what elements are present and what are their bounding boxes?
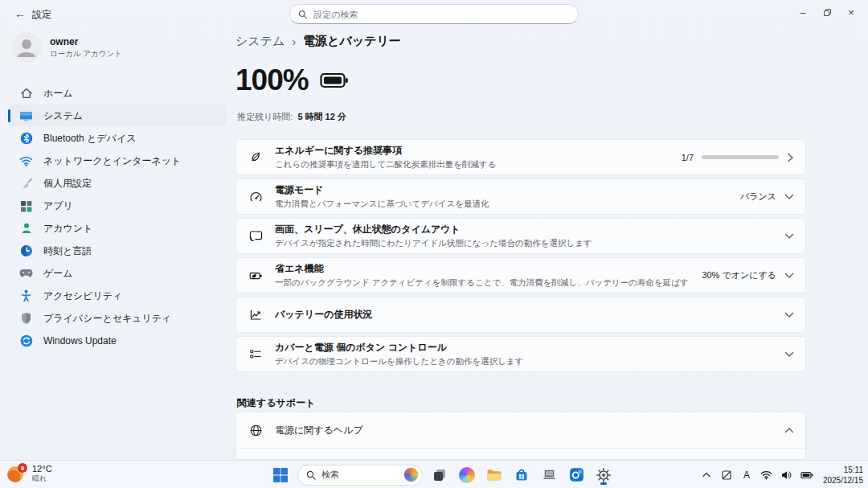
help-card-title: 電源に関するヘルプ [275,424,784,437]
globe-help-icon [249,424,268,437]
gamepad-icon [19,267,33,281]
window-controls: – × [791,0,863,24]
battery-status: 100% [235,64,349,97]
sidebar-item-label: ゲーム [43,267,73,281]
sidebar-item-network-internet[interactable]: ネットワークとインターネット [8,150,227,172]
device-app-button[interactable] [538,465,559,486]
close-button[interactable]: × [839,0,863,24]
card-power-mode[interactable]: 電源モード 電力消費とパフォーマンスに基づいてデバイスを最適化 バランス [235,178,806,215]
outlook-button[interactable] [566,465,587,486]
recommendations-progress-count: 1/7 [682,153,694,162]
folder-icon [486,468,502,482]
sidebar-item-system[interactable]: システム [8,105,227,127]
clock-date: 2025/12/15 [823,475,863,486]
sidebar-item-label: アプリ [43,199,73,213]
settings-search-box[interactable] [289,4,579,24]
copilot-icon [459,467,475,483]
settings-search-input[interactable] [313,10,570,19]
task-view-button[interactable] [429,465,450,486]
active-app-indicator [600,482,607,485]
sidebar-item-gaming[interactable]: ゲーム [8,262,227,285]
user-name: owner [50,36,122,47]
notification-badge: 9 [18,463,27,473]
taskbar-search-label: 検索 [321,469,403,481]
sidebar-item-label: アカウント [43,222,92,236]
sidebar-item-bluetooth-devices[interactable]: Bluetooth とデバイス [8,127,227,150]
chevron-down-icon [784,232,794,240]
back-button[interactable]: ← [11,6,29,22]
sidebar-item-personalization[interactable]: 個人用設定 [8,172,227,195]
card-lid-power-button-controls[interactable]: カバーと電源 個のボタン コントロール デバイスの物理コントロールを操作したとき… [235,336,806,372]
sidebar-item-accessibility[interactable]: アクセシビリティ [8,285,227,307]
restore-button[interactable] [815,0,839,24]
outlook-icon [569,467,584,482]
widgets-weather-button[interactable]: 9 12°C 晴れ [6,463,52,484]
card-energy-recommendations[interactable]: エネルギーに関する推奨事項 これらの推奨事項を適用して二酸化炭素排出量を削減する… [235,139,806,175]
start-button[interactable] [270,465,291,486]
copilot-button[interactable] [457,465,477,486]
person-icon [11,32,42,63]
taskbar-search-button[interactable]: 検索 [297,465,423,486]
card-power-help[interactable]: 電源に関するヘルプ [235,412,806,460]
battery-remaining-time: 推定残り時間: 5 時間 12 分 [237,111,346,123]
chevron-down-icon [784,272,794,279]
device-disabled-icon[interactable] [720,469,733,482]
accounts-icon [19,222,33,236]
gear-icon [596,467,612,483]
battery-status-icon[interactable] [800,469,813,482]
search-icon [306,470,316,480]
file-explorer-button[interactable] [484,465,505,486]
breadcrumb-system-link[interactable]: システム [235,34,285,49]
time-language-icon [19,244,33,258]
settings-cards: エネルギーに関する推奨事項 これらの推奨事項を適用して二酸化炭素排出量を削減する… [235,139,806,375]
card-subtitle: デバイスの物理コントロールを操作したときの動作を選択します [275,356,775,367]
brush-icon [19,177,33,191]
apps-icon [19,199,33,213]
taskbar-clock[interactable]: 15:11 2025/12/15 [823,465,863,486]
bluetooth-icon [19,132,33,146]
card-subtitle: 電力消費とパフォーマンスに基づいてデバイスを最適化 [275,199,731,210]
sidebar-item-label: 時刻と言語 [43,244,92,258]
sidebar-item-label: ホーム [43,87,73,100]
restore-icon [824,9,831,16]
home-icon [19,87,33,100]
accessibility-icon [19,289,33,303]
sidebar-item-label: アクセシビリティ [43,289,122,303]
app-title: 設定 [32,8,51,22]
volume-icon[interactable] [780,469,793,482]
sidebar-item-label: Bluetooth とデバイス [43,132,136,146]
sidebar-item-apps[interactable]: アプリ [8,195,227,217]
sidebar-item-home[interactable]: ホーム [8,82,227,105]
card-title: エネルギーに関する推奨事項 [275,144,672,158]
chevron-down-icon [784,193,794,200]
sidebar-item-label: Windows Update [43,335,117,347]
gauge-icon [249,191,268,203]
sidebar-item-accounts[interactable]: アカウント [8,217,227,240]
microsoft-store-button[interactable] [511,465,532,486]
minimize-button[interactable]: – [791,0,815,24]
ime-mode-indicator[interactable]: A [740,469,753,482]
sidebar: owner ローカル アカウント ホーム システム Bluetooth とデバイ… [0,27,233,460]
search-icon [298,10,307,19]
sidebar-item-time-language[interactable]: 時刻と言語 [8,240,227,262]
recommendations-progress-bar [702,155,779,159]
breadcrumb-separator: › [292,35,296,48]
card-title: バッテリーの使用状況 [275,308,775,322]
card-title: 画面、スリープ、休止状態のタイムアウト [275,223,775,236]
taskbar-center: 検索 [270,461,614,488]
chevron-right-icon [787,153,794,162]
wifi-status-icon[interactable] [760,469,773,482]
tray-overflow-button[interactable] [700,469,713,482]
card-energy-saver[interactable]: 省エネ機能 一部のバックグラウンド アクティビティを制限することで、電力消費を削… [235,257,806,293]
card-battery-usage[interactable]: バッテリーの使用状況 [235,297,806,333]
user-account-type: ローカル アカウント [50,49,122,59]
user-account-block[interactable]: owner ローカル アカウント [11,32,122,63]
sidebar-item-privacy-security[interactable]: プライバシーとセキュリティ [8,307,227,330]
chevron-down-icon [784,351,794,358]
remaining-value: 5 時間 12 分 [297,112,346,121]
card-screen-sleep-timeouts[interactable]: 画面、スリープ、休止状態のタイムアウト デバイスが指定された時間にわたりアイドル… [235,218,806,254]
usage-chart-icon [249,309,268,321]
settings-app-button[interactable] [593,465,614,486]
system-tray: A 15:11 2025/12/15 [700,461,863,488]
sidebar-item-windows-update[interactable]: Windows Update [8,330,227,352]
